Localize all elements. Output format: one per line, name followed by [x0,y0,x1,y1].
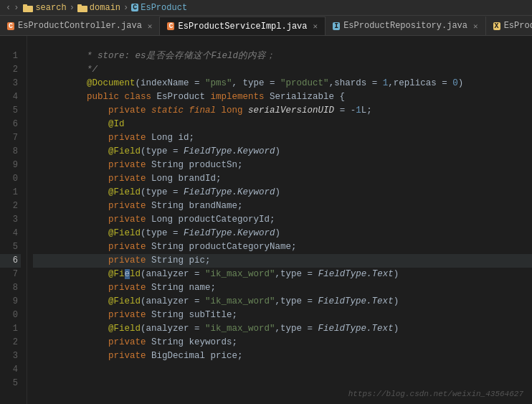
breadcrumb-domain[interactable]: domain [77,3,120,13]
tab-close-serviceimpl[interactable]: ✕ [313,22,318,31]
ln-11: 1 [0,186,21,199]
tab-repository-label: EsProductRepository.java [343,21,467,31]
tab-dao[interactable]: X EsProductDao.xml ✕ [486,17,532,35]
breadcrumb-domain-label: domain [90,3,120,13]
breadcrumb-search-label: search [35,3,66,13]
ln-19: 9 [0,295,21,309]
tab-bar: C EsProductController.java ✕ C EsProduct… [0,16,532,36]
tab-controller[interactable]: C EsProductController.java ✕ [0,17,160,35]
tab-badge-dao: X [493,22,500,30]
code-line-2: @Document(indexName = "pms", type = "pro… [33,63,532,77]
ln-16: 6 [0,254,21,268]
tab-dao-label: EsProductDao.xml [504,21,532,31]
breadcrumb-search[interactable]: search [23,3,66,13]
ln-25: 5 [0,377,21,390]
ln-14: 4 [0,227,21,240]
ln-12: 2 [0,199,21,213]
ln-2: 2 [0,63,21,77]
class-badge: C [131,4,138,11]
tab-close-controller[interactable]: ✕ [148,22,153,31]
ln-comment [0,36,21,50]
svg-rect-1 [23,4,27,6]
ln-22: 2 [0,336,21,349]
tab-serviceimpl[interactable]: C EsProductServiceImpl.java ✕ [160,17,326,35]
ln-3: 3 [0,77,21,90]
tab-badge-repository: I [333,22,340,30]
breadcrumb-chevron-1: › [70,3,75,13]
svg-rect-3 [77,4,82,6]
code-content: * store: es是否会存储这个Field的内容； */ @Document… [27,36,532,404]
ln-24: 4 [0,363,21,377]
breadcrumb-class[interactable]: C EsProduct [131,3,187,13]
ln-4: 4 [0,90,21,104]
code-line-25 [33,377,532,390]
tab-serviceimpl-label: EsProductServiceImpl.java [178,22,307,32]
tab-controller-label: EsProductController.java [18,21,142,31]
svg-rect-2 [77,6,87,12]
ln-23: 3 [0,349,21,363]
tab-badge-serviceimpl: C [167,22,174,30]
ln-17: 7 [0,268,21,281]
ln-13: 3 [0,213,21,227]
code-line-comment: * store: es是否会存储这个Field的内容； [33,36,532,50]
ln-18: 8 [0,281,21,295]
ln-6: 6 [0,118,21,131]
tab-badge-controller: C [7,22,14,30]
back-arrow[interactable]: ‹ [6,3,11,13]
forward-arrow[interactable]: › [14,3,19,13]
code-line-24 [33,363,532,377]
ln-10: 0 [0,172,21,186]
folder-icon [23,4,33,12]
ln-7: 7 [0,131,21,145]
breadcrumb-class-label: EsProduct [141,3,187,13]
folder-icon-2 [77,4,87,12]
ln-15: 5 [0,240,21,254]
ln-8: 8 [0,145,21,159]
breadcrumb-chevron-2: › [123,3,128,13]
svg-rect-0 [23,6,33,12]
ln-9: 9 [0,159,21,172]
line-numbers: 1 2 3 4 5 6 7 8 9 0 1 2 3 4 5 6 7 8 9 0 … [0,36,27,404]
tab-repository[interactable]: I EsProductRepository.java ✕ [326,17,485,35]
tab-close-repository[interactable]: ✕ [473,22,478,31]
breadcrumb: ‹ › search › domain › C EsProduct [0,0,532,16]
code-area: 1 2 3 4 5 6 7 8 9 0 1 2 3 4 5 6 7 8 9 0 … [0,36,532,404]
ln-20: 0 [0,309,21,322]
ln-5: 5 [0,104,21,118]
ln-21: 1 [0,322,21,336]
ln-1: 1 [0,50,21,63]
